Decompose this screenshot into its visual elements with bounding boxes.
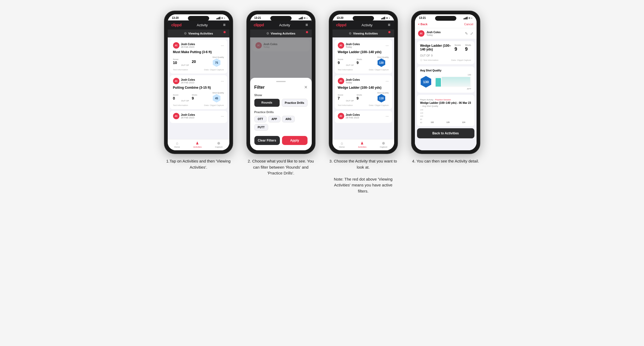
data-source-1-2: Data: Clippd Capture [204, 104, 224, 106]
chip-putt-2[interactable]: PUTT [254, 124, 268, 131]
practice-session-section-4: Player Activity · Practice Session Wedge… [417, 95, 474, 126]
viewing-bar-3[interactable]: ⚙ Viewing Activities [332, 29, 394, 37]
test-info-1-1: Test Information [173, 69, 188, 71]
toggle-row-2: Rounds Practice Drills [254, 99, 308, 107]
filter-bg-2: JC Josh Coles Today Filter [250, 37, 312, 150]
session-type-4: Practice Session [435, 99, 451, 101]
shots-label-3-2: Shots [356, 94, 362, 96]
b4-4 [467, 17, 468, 19]
dots-1-2[interactable]: ··· [221, 79, 224, 83]
avatar-3-3: JC [338, 113, 344, 119]
activities-icon-1: ♟ [196, 141, 199, 145]
nav-capture-1[interactable]: ⊕ Capture [215, 141, 222, 148]
dots-1-1[interactable]: ··· [221, 43, 224, 48]
user-date-1-2: 28 Feb 2023 [181, 81, 195, 84]
score-label-3-2: Score [338, 94, 343, 96]
chip-app-2[interactable]: APP [268, 116, 281, 122]
shots-col-label-4: Shots [465, 44, 471, 46]
activity-card-1-2[interactable]: JC Josh Coles 28 Feb 2023 ··· Putting Co… [170, 75, 227, 109]
clear-filters-btn-2[interactable]: Clear Filters [254, 136, 280, 145]
status-right-2: ⊙ ▪ [299, 17, 307, 19]
nav-home-label-1: Home [174, 146, 180, 148]
y-axis-4: 140 120 100 80 60 [420, 109, 424, 123]
card-footer-3-1: Test Information Data: Clippd Capture [338, 69, 389, 71]
activity-card-3-2[interactable]: JC Josh Coles Today ··· Wedge Ladder (10… [335, 75, 392, 109]
menu-icon-3[interactable]: ≡ [388, 23, 390, 27]
chip-ott-2[interactable]: OTT [254, 116, 267, 122]
chip-arg-2[interactable]: ARG [282, 116, 295, 122]
activity-card-1-3[interactable]: JC Josh Coles 28 Feb 2023 ··· [170, 111, 227, 123]
dots-3-3[interactable]: ··· [386, 114, 389, 118]
activity-title-1-1: Must Make Putting (3-6 ft) [173, 50, 224, 54]
score-val-3-2: 7 [338, 96, 343, 100]
rounds-btn-2[interactable]: Rounds [254, 99, 280, 107]
user-info-1-1: JC Josh Coles 28 Feb 2023 [173, 42, 195, 49]
viewing-bar-2[interactable]: ⚙ Viewing Activities [250, 29, 312, 37]
dots-3-2[interactable]: ··· [386, 79, 389, 83]
edit-icon-4[interactable]: ✎ [465, 31, 468, 36]
time-4: 13:21 [419, 16, 426, 19]
bar3 [218, 17, 219, 19]
nav-title-1: Activity [197, 23, 208, 27]
user-name-1-2: Josh Coles [181, 78, 195, 81]
detail-title-row-4: Wedge Ladder (100–140 yds) Score 9 Shots… [420, 44, 471, 52]
user-date-3-1: Today [346, 46, 360, 48]
user-info-3-3: JC Josh Coles 28 Feb 2023 [338, 113, 360, 119]
bar-col-3: 124 [456, 121, 471, 123]
detail-user-date-4: Today [427, 34, 441, 36]
nav-capture-3[interactable]: ⊕ Capture [380, 141, 387, 148]
nav-bar-1: clippd Activity ≡ [168, 20, 229, 29]
activity-card-1-1[interactable]: JC Josh Coles 28 Feb 2023 ··· Must Make … [170, 40, 227, 74]
menu-icon-2[interactable]: ≡ [305, 23, 308, 27]
status-bar-4: 13:21 ⊙ ▪ [415, 14, 477, 20]
nav-home-1[interactable]: ⌂ Home [174, 141, 180, 148]
test-info-3-1: Test Information [338, 69, 353, 71]
score-val-1-1: 10 [173, 61, 179, 65]
caption-3: 3. Choose the Activity that you want to … [329, 158, 398, 194]
chart-area-fill-4 [442, 77, 470, 87]
card-header-3-3: JC Josh Coles 28 Feb 2023 ··· [338, 113, 389, 119]
back-activities-btn-4[interactable]: Back to Activities [417, 128, 474, 138]
dots-1-3[interactable]: ··· [221, 114, 224, 118]
card-footer-1-2: Test Information Data: Clippd Capture [173, 104, 224, 106]
nav-home-3[interactable]: ⌂ Home [339, 141, 345, 148]
score-label-1-2: Score [173, 94, 179, 96]
phone-frame-4: 13:21 ⊙ ▪ < Back [411, 11, 480, 154]
nav-activities-1[interactable]: ♟ Activities [193, 141, 202, 148]
wifi-icon: ⊙ [221, 17, 223, 19]
data-source-1-1: Data: Clippd Capture [204, 69, 224, 71]
filter-icon-1: ⚙ [184, 32, 187, 35]
user-info-3-1: JC Josh Coles Today [338, 42, 360, 49]
cancel-btn-4[interactable]: Cancel [464, 23, 473, 26]
apply-btn-2[interactable]: Apply [282, 136, 308, 145]
nav-activities-3[interactable]: ♟ Activities [358, 141, 367, 148]
status-bar-2: 13:21 ⊙ ▪ [250, 14, 312, 20]
bar1-2 [299, 18, 300, 19]
logo-2: clippd [254, 23, 264, 27]
shots-label-3-1: Shots [356, 58, 362, 61]
expand-icon-4[interactable]: ⤢ [470, 31, 473, 36]
stats-row-3-2: Score 7 OUT OF Shots 9 Shot Quality 118 [338, 92, 389, 102]
status-right-1: ⊙ ▪ [216, 17, 225, 19]
shots-label-1-2: Shots [192, 94, 197, 96]
viewing-bar-1[interactable]: ⚙ Viewing Activities [168, 29, 229, 37]
user-name-1-1: Josh Coles [181, 43, 195, 46]
dots-3-1[interactable]: ··· [386, 43, 389, 48]
activity-card-3-3[interactable]: JC Josh Coles 28 Feb 2023 ··· [335, 111, 392, 123]
filter-icon-3: ⚙ [349, 32, 352, 35]
status-right-3: ⊙ ▪ [381, 17, 390, 19]
logo-1: clippd [171, 23, 182, 27]
score-group-1-1: Score 10 [173, 58, 179, 65]
user-info-3-2: JC Josh Coles Today [338, 78, 360, 84]
sq-label-3-2: Shot Quality [377, 92, 389, 94]
capture-icon-3: ⊕ [382, 141, 385, 145]
practice-drills-btn-2[interactable]: Practice Drills [282, 99, 308, 107]
activity-card-3-1[interactable]: JC Josh Coles Today ··· Wedge Ladder (10… [335, 40, 392, 74]
b2-4 [465, 18, 465, 19]
signal-1 [216, 17, 220, 19]
close-icon-2[interactable]: ✕ [304, 85, 308, 90]
menu-icon-1[interactable]: ≡ [223, 23, 225, 27]
back-btn-4[interactable]: < Back [418, 23, 428, 26]
chart-bar-4-1 [436, 78, 441, 87]
battery-icon: ▪ [224, 17, 225, 19]
